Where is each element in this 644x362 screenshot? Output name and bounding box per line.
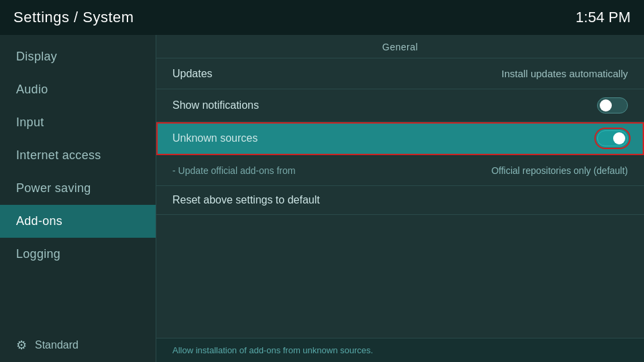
footer-text: Allow installation of add-ons from unkno… [172,345,373,355]
unknown-sources-row[interactable]: Unknown sources [156,122,644,155]
unknown-sources-label: Unknown sources [172,132,258,144]
clock: 1:54 PM [576,9,631,26]
reset-label: Reset above settings to default [172,194,320,206]
sidebar-footer[interactable]: ⚙ Standard [0,328,156,362]
sidebar-item-input[interactable]: Input [0,106,156,139]
page-title: Settings / System [13,9,134,26]
updates-label: Updates [172,68,213,80]
show-notifications-toggle[interactable] [597,97,628,114]
sidebar-item-audio[interactable]: Audio [0,73,156,106]
show-notifications-label: Show notifications [172,99,259,111]
sidebar-item-display[interactable]: Display [0,40,156,73]
updates-value: Install updates automatically [502,68,628,79]
content-footer: Allow installation of add-ons from unkno… [156,338,644,362]
section-header: General [156,35,644,58]
settings-panel: General Updates Install updates automati… [156,35,644,338]
content-area: General Updates Install updates automati… [156,35,644,362]
unknown-sources-toggle[interactable] [597,130,628,146]
gear-icon: ⚙ [16,338,27,353]
sidebar: Display Audio Input Internet access Powe… [0,35,156,362]
show-notifications-row[interactable]: Show notifications [156,89,644,122]
reset-row[interactable]: Reset above settings to default [156,186,644,215]
update-addons-value: Official repositories only (default) [491,165,628,176]
update-addons-label: - Update official add-ons from [172,165,295,176]
sidebar-item-internet-access[interactable]: Internet access [0,139,156,172]
sidebar-footer-label: Standard [35,339,78,351]
sidebar-item-power-saving[interactable]: Power saving [0,172,156,205]
sidebar-item-logging[interactable]: Logging [0,238,156,271]
main-layout: Display Audio Input Internet access Powe… [0,35,644,362]
sidebar-item-add-ons[interactable]: Add-ons [0,205,156,238]
updates-row[interactable]: Updates Install updates automatically [156,58,644,89]
header: Settings / System 1:54 PM [0,0,644,35]
toggle-knob [600,99,612,111]
update-addons-row[interactable]: - Update official add-ons from Official … [156,155,644,186]
toggle-knob-unknown [613,132,625,144]
